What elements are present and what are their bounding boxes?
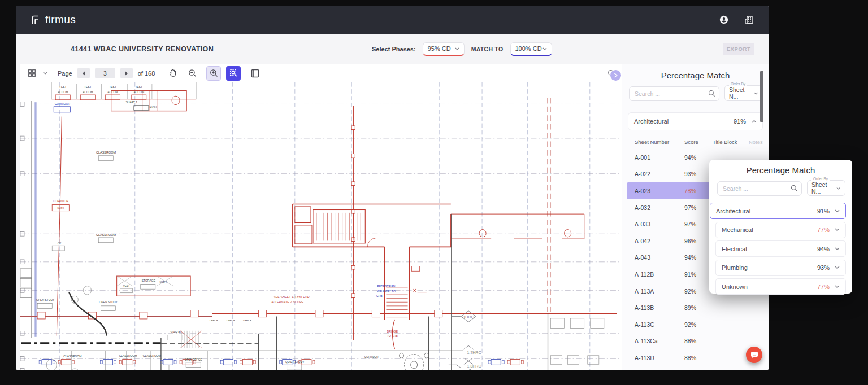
discipline-score: 93% [817, 264, 830, 271]
order-by-select[interactable]: Sheet N... [724, 85, 763, 101]
discipline-row[interactable]: Architectural91% [710, 203, 846, 219]
sheet-number: A-023 [635, 187, 684, 194]
discipline-score: 77% [817, 226, 830, 233]
sheet-row[interactable]: A-113C92% [627, 316, 764, 333]
page-label: Page [58, 70, 72, 77]
zoom-in-icon[interactable] [206, 66, 221, 81]
account-icon[interactable] [719, 15, 729, 25]
sheet-score: 92% [684, 321, 713, 328]
plan-label: ACCOM [133, 90, 144, 93]
chevron-up-icon [752, 120, 757, 123]
prev-page-button[interactable] [77, 68, 90, 78]
sheet-score: 94% [684, 254, 713, 261]
plan-label: M369 [58, 207, 64, 209]
plan-label: OPEN STUDY [36, 298, 55, 301]
plan-label: CRB [376, 294, 383, 298]
pan-hand-icon[interactable] [167, 68, 178, 79]
sheet-number: A-113B [635, 304, 684, 311]
plan-label: TEST [84, 85, 92, 89]
chevron-down-icon [754, 92, 758, 95]
sheet-score: 89% [684, 304, 713, 311]
phase-controls: Select Phases: 95% CD MATCH TO 100% CD [372, 42, 552, 56]
phase-from-dropdown[interactable]: 95% CD [423, 42, 465, 56]
chevron-down-icon [835, 209, 840, 213]
layout-caret-icon[interactable] [42, 68, 48, 79]
plan-label: STORAGE [142, 279, 156, 282]
plan-label: VEST [123, 285, 130, 287]
chevron-down-icon [836, 187, 841, 190]
plan-label: SEE SHEET A-133D FOR [274, 295, 310, 298]
sheet-score: 97% [684, 204, 713, 211]
sidebar-collapse-button[interactable] [610, 70, 621, 81]
sheet-score: 78% [684, 187, 713, 194]
page-layout-grid-icon[interactable] [26, 68, 37, 79]
plan-label: CLASSROOM [96, 233, 116, 236]
sheet-row[interactable]: A-113D88% [627, 349, 764, 366]
chat-launcher-button[interactable] [746, 347, 762, 363]
chevron-down-icon [835, 228, 840, 231]
chevron-down-icon [835, 247, 840, 251]
plan-label: OPEN OFFICE [185, 358, 202, 361]
popup-search-input[interactable] [717, 181, 802, 196]
sheet-score: 93% [684, 170, 713, 177]
discipline-name: Plumbing [722, 264, 748, 271]
popup-order-by-label: Order By [811, 177, 830, 181]
side-panel-icon[interactable] [249, 68, 261, 79]
title-row: 41441 WBAC UNIVERSITY RENOVATION Select … [16, 34, 769, 64]
discipline-list: Architectural91%Mechanical77%Electrical9… [715, 203, 846, 295]
firmus-logo-icon [31, 15, 40, 25]
sheet-score: 97% [684, 221, 713, 228]
sheet-number: A-022 [635, 170, 684, 177]
popup-order-by-value: Sheet N... [811, 181, 836, 195]
group-name: Architectural [634, 118, 669, 125]
col-notes[interactable]: Notes [749, 139, 763, 145]
plan-label: TEST [135, 85, 143, 89]
sheet-row[interactable]: A-113Ca88% [627, 333, 764, 350]
plan-label: ACCOM [107, 90, 118, 93]
search-input[interactable] [629, 86, 719, 101]
discipline-name: Unknown [722, 283, 748, 290]
sidebar-scrollbar-thumb[interactable] [760, 71, 763, 123]
next-page-button[interactable] [120, 68, 133, 78]
discipline-group-architectural[interactable]: Architectural 91% [628, 112, 763, 130]
order-by-value: Sheet N... [729, 86, 754, 100]
match-to-label: MATCH TO [471, 46, 504, 53]
page-number-input[interactable]: 3 [95, 68, 115, 78]
export-button[interactable]: EXPORT [723, 43, 754, 55]
col-score: Score [684, 139, 713, 145]
sheet-number: A-112B [635, 271, 684, 278]
popup-title: Percentage Match [715, 165, 846, 175]
sheet-score: 91% [684, 271, 713, 278]
plan-label: ALTERNATE 2 SCOPE [271, 300, 303, 304]
zoom-out-icon[interactable] [186, 68, 198, 79]
building-icon[interactable] [744, 15, 754, 25]
discipline-score: 77% [817, 283, 830, 290]
discipline-row[interactable]: Electrical94% [715, 240, 846, 257]
plan-label: PEDESTRIAN [377, 285, 395, 288]
col-title-block: Title Block [713, 139, 749, 145]
plan-label: BRIDGE [387, 330, 398, 333]
app-header: firmus [16, 6, 769, 34]
plan-label: CLASSROOM [143, 354, 161, 357]
header-divider [696, 12, 696, 28]
plan-label: SHAFT [159, 281, 167, 283]
plan-label: AV [58, 241, 62, 244]
sheet-number: A-113D [635, 355, 684, 361]
marquee-zoom-icon[interactable] [226, 66, 241, 81]
sheet-number: A-042 [635, 238, 684, 244]
workspace: Page 3 of 168 [16, 64, 769, 370]
phase-to-dropdown[interactable]: 100% CD [510, 42, 552, 56]
discipline-row[interactable]: Unknown77% [715, 278, 846, 295]
sheet-number: A-043 [635, 254, 684, 261]
panel-title: Percentage Match [627, 71, 764, 80]
plan-label: CORRIDOR [364, 356, 379, 358]
sheet-number: A-113Ca [635, 338, 684, 344]
discipline-row[interactable]: Plumbing93% [715, 260, 846, 276]
percentage-match-popup: Percentage Match Order By Sheet N... [709, 160, 852, 294]
discipline-row[interactable]: Mechanical77% [715, 222, 846, 238]
select-phases-label: Select Phases: [372, 46, 416, 53]
drawing-canvas[interactable]: TESTTESTTESTTESTACCOMACCOMACCOMACCOMCORR… [20, 82, 622, 370]
popup-order-by-select[interactable]: Sheet N... [807, 180, 845, 196]
sheet-row[interactable]: A-113B89% [627, 299, 764, 316]
firmus-logo[interactable]: firmus [31, 14, 76, 26]
